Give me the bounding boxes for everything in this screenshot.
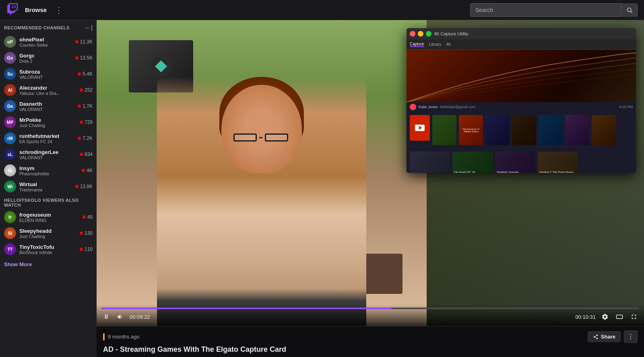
share-button[interactable]: Share	[588, 331, 621, 342]
sidebar-item[interactable]: InInsymPhasmophobia4K	[0, 162, 97, 178]
channel-avatar: oP	[4, 36, 16, 48]
elgato-icon	[155, 60, 167, 72]
glasses	[233, 133, 290, 142]
game-card-5[interactable]	[512, 115, 536, 145]
volume-button[interactable]	[115, 312, 126, 321]
channel-name: MrPokke	[19, 117, 76, 123]
destiny-label: Destiny 2: The Final Shape	[539, 171, 576, 173]
channel-avatar: rM	[4, 132, 16, 144]
channel-info: SubrozaVALORANT	[19, 69, 74, 80]
channel-viewers: 252	[80, 87, 93, 93]
youtube-card[interactable]	[410, 115, 430, 141]
live-dot	[80, 248, 83, 251]
person-head	[221, 85, 302, 173]
viewer-count: 13.5K	[80, 55, 93, 61]
window-close-btn[interactable]	[410, 31, 415, 37]
timestamp-text: 9 months ago	[108, 334, 140, 340]
channel-name: schrodingerLee	[19, 149, 76, 155]
channel-avatar: Go	[4, 52, 16, 64]
channel-avatar: Al	[4, 84, 16, 96]
capture-software-overlay: 4K Capture Utility Capture Library 4K	[407, 28, 636, 173]
browse-store-card[interactable]: Browse the store	[410, 152, 450, 173]
channel-name: Gorgc	[19, 53, 72, 59]
channel-name: Sleepyheadd	[19, 228, 76, 234]
more-options-icon[interactable]: ⋮	[55, 5, 63, 15]
yt-play	[419, 126, 422, 130]
settings-button[interactable]	[600, 312, 610, 321]
sidebar-item[interactable]: WiWirtualTrackmania13.8K	[0, 178, 97, 195]
channel-name: Wirtual	[19, 181, 72, 187]
expanse-card[interactable]: The Expanse: A Telltale Series	[459, 115, 483, 145]
sidebar-item[interactable]: sLschrodingerLeeVALORANT834	[0, 146, 97, 162]
game-card-4[interactable]	[485, 115, 510, 145]
sidebar: RECOMMENDED CHANNELS ←| oPohnePixelCount…	[0, 20, 97, 357]
destiny-card[interactable]: Destiny 2: The Final Shape Pre-order now	[538, 152, 578, 173]
window-minimize-btn[interactable]	[418, 31, 423, 37]
channel-info: DasnerthVALORANT	[19, 101, 74, 112]
browse-title[interactable]: Browse	[25, 6, 47, 13]
capture-user-bar: Katie Jones hellokatie@gmail.com 9:50 PM	[407, 102, 636, 112]
capture-title: 4K Capture Utility	[434, 31, 633, 36]
show-more-button[interactable]: Show More	[0, 257, 97, 271]
capture-clock: 9:50 PM	[619, 105, 633, 109]
search-input[interactable]	[471, 7, 621, 13]
starfield-label: Starfield Upgrade	[497, 171, 534, 173]
starfield-card[interactable]: Starfield Upgrade Buy to play now	[495, 152, 535, 173]
window-maximize-btn[interactable]	[426, 31, 431, 37]
capture-tab-library[interactable]: Library	[429, 42, 442, 47]
store-shelf: Browse the store EA Sports FC 24 Pre-ord…	[410, 152, 633, 173]
channel-game: Trackmania	[19, 187, 72, 192]
capture-tab-capture[interactable]: Capture	[410, 42, 424, 47]
video-meta-row: 9 months ago Share ⋮	[103, 330, 638, 343]
live-dot	[80, 121, 83, 124]
sidebar-item[interactable]: SlSleepyheaddJust Chatting130	[0, 225, 97, 241]
sidebar-collapse-button[interactable]: ←|	[85, 24, 93, 31]
channel-viewers: 130	[80, 230, 93, 236]
channel-viewers: 4K	[82, 168, 93, 173]
elgato-logo	[151, 56, 171, 76]
viewer-count: 13.8K	[80, 184, 93, 189]
twitch-logo[interactable]	[6, 3, 19, 17]
sidebar-item[interactable]: MPMrPokkeJust Chatting729	[0, 114, 97, 130]
more-options-button[interactable]: ⋮	[624, 330, 638, 343]
capture-username: Katie Jones	[419, 105, 438, 109]
game-card-2[interactable]	[432, 115, 456, 145]
sidebar-item[interactable]: frfrogmuseumELDEN RING45	[0, 209, 97, 225]
sidebar-item[interactable]: GoGorgcDota 213.5K	[0, 50, 97, 66]
ea-sports-card[interactable]: EA Sports FC 24 Pre-order and Save 10%	[452, 152, 493, 173]
video-controls: ⏸ 00:09:22 00:10:31	[97, 304, 644, 326]
fullscreen-button[interactable]	[629, 312, 639, 321]
channel-game: BioShock Infinite	[19, 250, 76, 255]
sidebar-item[interactable]: oPohnePixelCounter-Strike11.3K	[0, 34, 97, 50]
top-nav: Browse ⋮	[0, 0, 644, 20]
viewer-count: 7.2K	[83, 135, 93, 141]
viewer-count: 5.4K	[83, 71, 93, 77]
channel-name: Subroza	[19, 69, 74, 75]
sidebar-item[interactable]: SuSubrozaVALORANT5.4K	[0, 66, 97, 82]
sidebar-item[interactable]: TTTinyToxicTofuBioShock Infinite110	[0, 241, 97, 257]
channel-game: VALORANT	[19, 107, 74, 112]
sidebar-item[interactable]: DaDasnerthVALORANT1.7K	[0, 98, 97, 114]
sidebar-item[interactable]: rMrunthefutmarketEA Sports FC 247.2K	[0, 130, 97, 146]
theatre-mode-button[interactable]	[614, 312, 625, 321]
channel-avatar: Su	[4, 68, 16, 80]
game-card-6[interactable]	[539, 115, 563, 145]
progress-bar[interactable]	[101, 308, 639, 309]
channel-name: runthefutmarket	[19, 133, 74, 139]
live-dot	[80, 153, 83, 156]
channel-avatar: sL	[4, 148, 16, 160]
live-dot	[78, 105, 81, 108]
streamer-silhouette	[157, 77, 366, 326]
video-title-row: AD - Streaming Games With The Elgato Cap…	[103, 345, 638, 354]
viewer-count: 4K	[87, 168, 93, 173]
game-card-8[interactable]	[592, 115, 616, 145]
pause-button[interactable]: ⏸	[101, 312, 111, 321]
capture-tab-4k[interactable]: 4K	[446, 42, 451, 47]
capture-hero	[407, 50, 636, 102]
sidebar-item[interactable]: AlAleczandxrYakuza: Like a Dra...252	[0, 82, 97, 98]
search-button[interactable]	[621, 3, 637, 17]
settings-icon	[601, 313, 609, 320]
yt-icon	[415, 125, 425, 131]
game-card-7[interactable]	[565, 115, 589, 145]
store-shelf-container: Browse the store EA Sports FC 24 Pre-ord…	[407, 147, 636, 173]
